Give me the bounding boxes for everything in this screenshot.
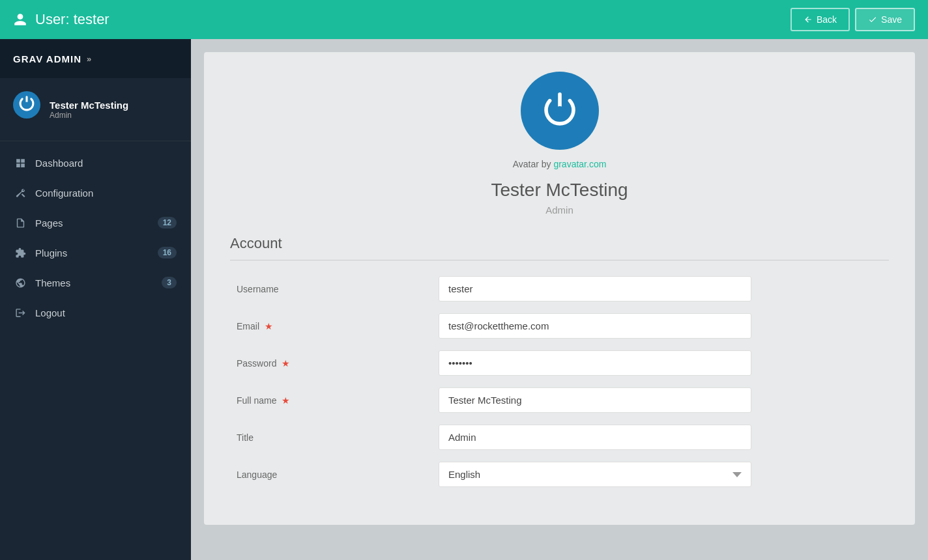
- password-label: Password ★: [230, 358, 439, 369]
- language-label: Language: [230, 469, 439, 480]
- sidebar-item-configuration[interactable]: Configuration: [0, 178, 191, 208]
- sidebar-item-pages[interactable]: Pages 12: [0, 208, 191, 238]
- sidebar-power-icon: [14, 92, 39, 117]
- user-card: Avatar by gravatar.com Tester McTesting …: [204, 52, 915, 525]
- gravatar-link[interactable]: gravatar.com: [553, 159, 606, 169]
- username-row: Username: [230, 276, 889, 301]
- sidebar-avatar: [13, 91, 40, 119]
- content-area: Avatar by gravatar.com Tester McTesting …: [191, 39, 928, 560]
- account-section: Account Username Email ★: [230, 235, 889, 487]
- back-arrow-icon: [804, 15, 813, 24]
- fullname-label: Full name ★: [230, 395, 439, 406]
- title-input[interactable]: [439, 425, 751, 450]
- account-heading: Account: [230, 235, 889, 260]
- grid-icon: [14, 157, 26, 169]
- password-row: Password ★: [230, 350, 889, 376]
- username-label: Username: [230, 284, 439, 294]
- sidebar-configuration-label: Configuration: [35, 188, 93, 199]
- main-layout: GRAV ADMIN » Tester McTesting Admin: [0, 39, 928, 560]
- svg-point-3: [555, 106, 564, 115]
- email-required-star: ★: [265, 321, 273, 331]
- sidebar-item-dashboard[interactable]: Dashboard: [0, 148, 191, 178]
- plugin-icon: [14, 247, 26, 259]
- logout-icon: [14, 307, 26, 318]
- language-row: Language English French German Spanish: [230, 462, 889, 487]
- back-button[interactable]: Back: [790, 8, 850, 31]
- fullname-input[interactable]: [439, 387, 751, 413]
- header-actions: Back Save: [790, 8, 915, 31]
- sidebar-item-logout[interactable]: Logout: [0, 298, 191, 328]
- save-button[interactable]: Save: [855, 8, 915, 31]
- password-input[interactable]: [439, 350, 751, 376]
- sidebar-pages-label: Pages: [35, 217, 63, 229]
- top-header: User: tester Back Save: [0, 0, 928, 39]
- sidebar-themes-label: Themes: [35, 277, 70, 288]
- user-icon: [13, 12, 27, 27]
- fullname-row: Full name ★: [230, 387, 889, 413]
- sidebar-brand[interactable]: GRAV ADMIN »: [0, 39, 191, 78]
- header-left: User: tester: [13, 11, 109, 28]
- sidebar-nav: Dashboard Configuration Pages 12: [0, 141, 191, 334]
- save-checkmark-icon: [868, 15, 877, 24]
- sidebar: GRAV ADMIN » Tester McTesting Admin: [0, 39, 191, 560]
- user-role-display: Admin: [545, 204, 573, 216]
- sidebar-plugins-label: Plugins: [35, 247, 67, 259]
- password-required-star: ★: [282, 358, 290, 369]
- page-title: User: tester: [35, 11, 109, 28]
- sidebar-username: Tester McTesting: [50, 100, 128, 111]
- language-select[interactable]: English French German Spanish: [439, 462, 751, 487]
- sidebar-user-details: Tester McTesting Admin: [50, 100, 128, 120]
- wrench-icon: [14, 187, 26, 199]
- sidebar-user-role: Admin: [50, 111, 128, 120]
- sidebar-logout-label: Logout: [35, 307, 65, 318]
- title-row: Title: [230, 425, 889, 450]
- email-input[interactable]: [439, 313, 751, 339]
- pages-badge: 12: [158, 217, 177, 229]
- plugins-badge: 16: [158, 247, 177, 259]
- themes-badge: 3: [162, 277, 177, 288]
- avatar-caption: Avatar by gravatar.com: [513, 159, 607, 169]
- power-icon: [537, 88, 583, 133]
- email-row: Email ★: [230, 313, 889, 339]
- sidebar-item-plugins[interactable]: Plugins 16: [0, 238, 191, 268]
- sidebar-item-themes[interactable]: Themes 3: [0, 268, 191, 298]
- user-full-name: Tester McTesting: [491, 180, 628, 201]
- avatar-section: Avatar by gravatar.com Tester McTesting …: [230, 72, 889, 216]
- sidebar-dashboard-label: Dashboard: [35, 158, 83, 169]
- file-icon: [14, 217, 26, 229]
- username-input[interactable]: [439, 276, 751, 301]
- avatar: [521, 72, 599, 150]
- email-label: Email ★: [230, 321, 439, 331]
- drop-icon: [14, 277, 26, 288]
- fullname-required-star: ★: [282, 395, 290, 406]
- svg-point-1: [23, 102, 29, 107]
- user-info[interactable]: Tester McTesting Admin: [0, 78, 191, 141]
- title-label: Title: [230, 432, 439, 443]
